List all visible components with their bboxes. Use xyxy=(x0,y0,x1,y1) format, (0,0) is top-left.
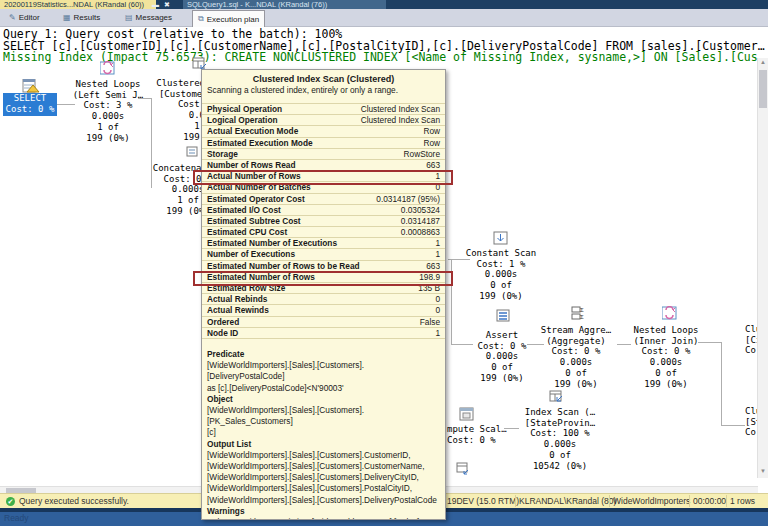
tab-messages[interactable]: ▤ Messages xyxy=(120,10,177,25)
svg-text:Σ: Σ xyxy=(580,307,584,313)
index-scan-icon[interactable] xyxy=(549,390,563,403)
tab-editor-label: Editor xyxy=(19,13,40,22)
tooltip-row: Logical OperationClustered Index Scan xyxy=(202,115,445,126)
status-separator xyxy=(726,495,727,507)
tooltip-row: Estimated Execution ModeRow xyxy=(202,138,445,149)
select-result-icon xyxy=(22,79,40,93)
nested-loops-icon xyxy=(100,61,115,75)
tooltip-section-text: [WideWorldImporters].[Sales].[Customers]… xyxy=(207,405,440,439)
plan-connector xyxy=(617,344,631,345)
operator-tooltip: Clustered Index Scan (Clustered) Scannin… xyxy=(201,69,446,520)
tooltip-section-heading: Output List xyxy=(207,439,440,450)
scroll-up-icon[interactable]: ▲ xyxy=(758,59,768,65)
tooltip-sections: Predicate [WideWorldImporters].[Sales].[… xyxy=(202,339,445,520)
editor-icon: ✎ xyxy=(9,13,16,22)
status-duration: 00:00:00 xyxy=(693,496,726,506)
tooltip-row: Number of Executions1 xyxy=(202,249,445,260)
vertical-scroll-thumb[interactable] xyxy=(759,70,767,108)
status-database: WideWorldImporters xyxy=(613,496,690,506)
tab-editor[interactable]: ✎ Editor xyxy=(4,10,45,25)
concatenation-icon[interactable] xyxy=(186,146,199,158)
status-login: KLRANDAL\KRandal (80) xyxy=(519,496,616,506)
tooltip-row: OrderedFalse xyxy=(202,317,445,328)
view-tab-bar: ✎ Editor ▦ Results ▤ Messages ⧉ Executio… xyxy=(0,9,768,27)
plan-connector xyxy=(721,425,745,426)
status-rowcount: 1 rows xyxy=(730,496,755,506)
tooltip-section-heading: Warnings xyxy=(207,506,440,517)
tooltip-section-text: [WideWorldImporters].[Sales].[Customers]… xyxy=(207,360,440,394)
assert-icon[interactable] xyxy=(496,309,511,322)
highlight-box-actual-rows xyxy=(193,170,453,185)
ssms-window: 20200119Statistics...NDAL (KRandal (60))… xyxy=(0,0,768,526)
tab-results[interactable]: ▦ Results xyxy=(58,10,105,25)
tooltip-row: Actual Execution ModeRow xyxy=(202,126,445,137)
tab-messages-label: Messages xyxy=(136,13,172,22)
tab-execution-plan[interactable]: ⧉ Execution plan xyxy=(192,10,265,27)
tooltip-title: Clustered Index Scan (Clustered) xyxy=(202,70,445,85)
tooltip-section-heading: Object xyxy=(207,394,440,405)
plan-node-nested-loops-inner[interactable]: Nested Loops (Inner Join) Cost: 0 % 0.00… xyxy=(630,325,702,389)
tooltip-row: Physical OperationClustered Index Scan xyxy=(202,104,445,115)
tooltip-row: Node ID1 xyxy=(202,328,445,339)
plan-node-nested-loops-left-semi[interactable]: Nested Loops (Left Semi J… Cost: 3 % 0.0… xyxy=(62,79,154,143)
highlight-box-estimated-rows xyxy=(193,271,453,286)
tab-execution-plan-label: Execution plan xyxy=(207,15,259,24)
close-icon[interactable]: ✖ xyxy=(164,0,170,9)
tab-statistics-document[interactable]: 20200119Statistics...NDAL (KRandal (60)) xyxy=(0,0,156,9)
status-separator xyxy=(515,495,516,507)
status-separator xyxy=(689,495,690,507)
nested-loops-icon[interactable] xyxy=(662,306,677,320)
vertical-scrollbar[interactable]: ▲ ▼ xyxy=(757,58,768,478)
document-tab-strip: 20200119Statistics...NDAL (KRandal (60))… xyxy=(0,0,768,9)
missing-index-suggestion[interactable]: Missing Index (Impact 75.6573): CREATE N… xyxy=(3,50,765,64)
plan-node-select[interactable]: SELECT Cost: 0 % xyxy=(3,93,57,116)
tooltip-subtitle: Scanning a clustered index, entirely or … xyxy=(202,85,445,96)
tooltip-row: Actual Rewinds0 xyxy=(202,305,445,316)
tooltip-row: Estimated Number of Executions1 xyxy=(202,238,445,249)
pin-icon[interactable]: ▬ xyxy=(152,0,159,9)
plan-node-assert[interactable]: Assert Cost: 0 % 0.000s 0 of 199 (0%) xyxy=(467,330,537,384)
status-separator xyxy=(609,495,610,507)
plan-connector xyxy=(721,342,722,426)
plan-node-constant-scan[interactable]: Constant Scan Cost: 1 % 0.000s 0 of 199 … xyxy=(465,248,537,302)
results-grid-icon: ▦ xyxy=(63,13,71,22)
tooltip-row: Estimated CPU Cost0.0008863 xyxy=(202,227,445,238)
execution-plan-icon: ⧉ xyxy=(198,14,204,24)
compute-scalar-icon[interactable] xyxy=(459,407,475,422)
svg-text:Σ: Σ xyxy=(580,314,584,320)
status-server: 19DEV (15.0 RTM) xyxy=(447,496,519,506)
tab-sqlquery1[interactable]: SQLQuery1.sql - K...NDAL (KRandal (76)) xyxy=(183,0,386,9)
plan-node-index-scan-stateprovinces[interactable]: Index Scan (… [StateProvin… Cost: 100 % … xyxy=(520,407,600,471)
plan-node-stream-aggregate[interactable]: Stream Aggre… (Aggregate) Cost: 0 % 0.00… xyxy=(540,325,612,389)
constant-scan-icon[interactable] xyxy=(493,231,509,245)
tooltip-section-text: Columns With No Statistics: [WideWorldIm… xyxy=(207,517,440,520)
success-check-icon: ✔ xyxy=(6,497,15,506)
plan-node-compute-scalar[interactable]: mpute Scal… Cost: 0 % xyxy=(447,424,505,445)
messages-icon: ▤ xyxy=(125,13,133,22)
tooltip-row: Estimated I/O Cost0.0305324 xyxy=(202,205,445,216)
tooltip-section-heading: Predicate xyxy=(207,349,440,360)
tooltip-row: StorageRowStore xyxy=(202,149,445,160)
status-message: Query executed successfully. xyxy=(19,496,129,506)
tooltip-section-text: [WideWorldImporters].[Sales].[Customers]… xyxy=(207,450,440,506)
tooltip-row: Actual Rebinds0 xyxy=(202,294,445,305)
tooltip-row: Estimated Operator Cost0.0314187 (95%) xyxy=(202,194,445,205)
tooltip-property-table: Physical OperationClustered Index Scan L… xyxy=(202,103,445,339)
tooltip-row: Estimated Subtree Cost0.0314187 xyxy=(202,216,445,227)
index-scan-icon[interactable] xyxy=(456,462,470,476)
stream-aggregate-icon[interactable]: Σ Σ xyxy=(571,306,585,320)
scroll-down-icon[interactable]: ▼ xyxy=(758,468,768,474)
ready-label: Ready xyxy=(4,513,29,523)
tab-results-label: Results xyxy=(74,13,101,22)
